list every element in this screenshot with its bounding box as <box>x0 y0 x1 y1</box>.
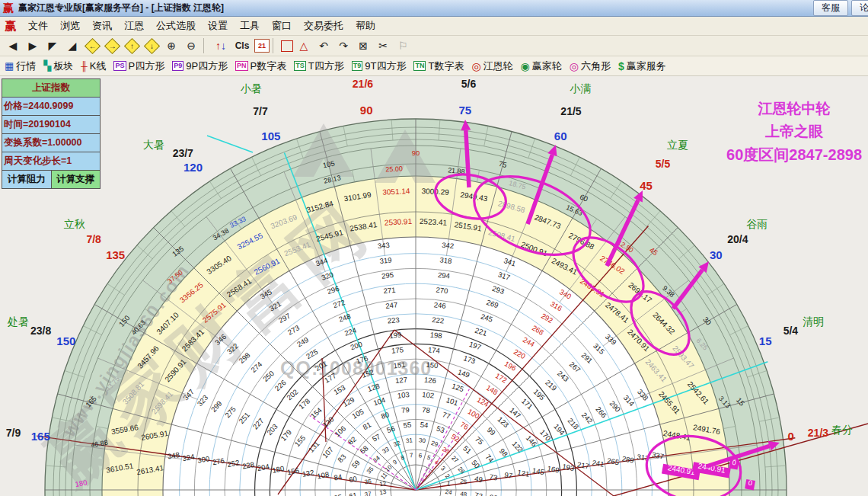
wheel-label: 165 <box>31 430 50 443</box>
ribbon-item-P四方形[interactable]: PSP四方形 <box>113 59 164 73</box>
ribbon-item-江恩轮[interactable]: ◎江恩轮 <box>471 59 512 73</box>
wheel-label: 55 <box>403 421 412 430</box>
ribbon-item-K线[interactable]: ╫K线 <box>81 59 106 73</box>
wheel-label: 23/8 <box>30 325 51 337</box>
ribbon-item-T数字表[interactable]: TNT数字表 <box>413 59 464 73</box>
blocks-icon: ▚ <box>43 60 51 72</box>
ribbon-item-赢家轮[interactable]: ◉赢家轮 <box>521 59 562 73</box>
TN: TN <box>413 61 426 71</box>
menu-item-6[interactable]: 工具 <box>234 18 266 34</box>
ribbon-item-P数字表[interactable]: PNP数字表 <box>235 59 286 73</box>
wheel-label: 73 <box>489 472 498 482</box>
triangle-tool-icon[interactable]: △ <box>295 37 313 54</box>
wheel-label: 20/4 <box>727 233 748 245</box>
table-icon: ▦ <box>5 60 14 72</box>
back-icon[interactable]: ◀ <box>4 37 22 54</box>
gann-wheel-workspace: 赢家财富网www.yingjia360.comQQ:10080013602412… <box>0 76 868 496</box>
ribbon-item-赢家服务[interactable]: $赢家服务 <box>618 59 666 73</box>
rotate-cw-icon[interactable]: ↷ <box>334 37 353 54</box>
menu-item-8[interactable]: 交易委托 <box>298 18 349 34</box>
calendar-icon[interactable]: 21 <box>254 39 270 53</box>
wheel-label: 48 <box>460 491 468 496</box>
wheel-label: 151 <box>393 360 406 370</box>
flag-icon[interactable]: ⚐ <box>394 37 412 54</box>
ribbon-item-板块[interactable]: ▚板块 <box>43 59 73 73</box>
zoom-in-icon[interactable]: ⊕ <box>162 37 180 54</box>
x-box-icon[interactable]: ⊠ <box>354 37 372 54</box>
calc-support-button[interactable]: 计算支撑 <box>51 171 101 189</box>
wheel-label: 3051.14 <box>382 187 410 197</box>
ribbon-item-T四方形[interactable]: TST四方形 <box>294 59 343 73</box>
wheel-label: 342 <box>442 241 455 251</box>
wheel-label: 30 <box>419 437 426 444</box>
window-title: 赢家江恩专业版[赢家服务平台] - [上证指数 江恩轮] <box>18 2 810 14</box>
param-row-1: 时间=20190104 <box>2 116 101 134</box>
wheel-label: 61 <box>348 491 357 496</box>
menu-item-3[interactable]: 江恩 <box>118 18 150 34</box>
wheel-label: 21/3 <box>808 427 828 439</box>
toolbar-main: ◀▶◤◢←→↑↓⊕⊖↑↓Cls21△↶↷⊠✂⚐ <box>0 36 868 56</box>
application-window: 赢 赢家江恩专业版[赢家服务平台] - [上证指数 江恩轮] 客服 论坛 赢 文… <box>0 0 868 496</box>
wheel-label: 103 <box>397 390 410 400</box>
dollar-icon: $ <box>618 60 624 72</box>
menu-item-7[interactable]: 窗口 <box>266 18 298 34</box>
diamond-down-icon[interactable]: ↓ <box>142 37 161 54</box>
diamond-left-icon[interactable]: ← <box>83 37 101 54</box>
wheel-label: 174 <box>428 345 441 355</box>
menu-item-1[interactable]: 浏览 <box>54 18 86 34</box>
forward-icon[interactable]: ▶ <box>24 37 42 54</box>
menu-item-5[interactable]: 设置 <box>202 18 234 34</box>
menu-item-0[interactable]: 文件 <box>22 18 54 34</box>
wheel-label: 25.00 <box>385 165 403 173</box>
forum-button[interactable]: 论坛 <box>851 0 868 16</box>
updown-arrows-icon[interactable]: ↑↓ <box>212 37 230 54</box>
menu-item-2[interactable]: 资讯 <box>86 18 118 34</box>
wheel-label: 49 <box>474 474 483 484</box>
wheel-label: 318 <box>439 255 452 265</box>
wheel-label: 319 <box>379 255 392 265</box>
wheel-label: 150 <box>426 360 439 370</box>
wheel-label: 2530.91 <box>385 217 413 227</box>
toolbar-separator <box>203 38 209 53</box>
solar-term-label: 春分 <box>831 424 853 436</box>
wheel-label: 60 <box>348 474 357 484</box>
diamond-up-icon[interactable]: ↑ <box>123 37 141 54</box>
menu-bar: 赢 文件浏览资讯江恩公式选股设置工具窗口交易委托帮助 <box>0 17 868 36</box>
calc-resistance-button[interactable]: 计算阻力 <box>2 171 51 189</box>
wheel-label: 127 <box>395 375 408 385</box>
menu-item-9[interactable]: 帮助 <box>349 18 381 34</box>
wheel-label: 96 <box>489 493 498 496</box>
wheel-label: 135 <box>106 248 125 261</box>
ribbon-item-9T四方形[interactable]: T99T四方形 <box>352 59 407 73</box>
solar-term-label: 小暑 <box>241 82 262 94</box>
pointer-down-icon[interactable]: ◢ <box>63 37 81 54</box>
solar-term-label: 立秋 <box>64 218 85 230</box>
pointer-up-icon[interactable]: ◤ <box>43 37 62 54</box>
rotate-ccw-icon[interactable]: ↶ <box>314 37 333 54</box>
wheel-label: 60 <box>554 130 567 142</box>
resize-icon[interactable]: ✂ <box>374 37 392 54</box>
wheel-label: 21/6 <box>353 78 373 90</box>
gann-wheel-icon: ◎ <box>471 60 480 72</box>
customer-service-button[interactable]: 客服 <box>813 0 848 16</box>
cls-button[interactable]: Cls <box>231 37 253 54</box>
ribbon-item-行情[interactable]: ▦行情 <box>5 59 36 73</box>
P9: P9 <box>172 61 183 71</box>
zoom-out-icon[interactable]: ⊖ <box>182 37 200 54</box>
wheel-label: 45 <box>640 179 653 192</box>
diamond-right-icon[interactable]: → <box>103 37 121 54</box>
wheel-label: 295 <box>381 270 394 280</box>
wheel-label: 85 <box>333 493 343 496</box>
toolbar-separator <box>273 38 278 53</box>
wheel-label: 90 <box>360 104 373 117</box>
ribbon-item-9P四方形[interactable]: P99P四方形 <box>172 59 228 73</box>
wheel-label: 97 <box>504 470 513 480</box>
param-row-2: 变换系数=1.00000 <box>2 134 101 152</box>
param-row-3: 周天变化步长=1 <box>2 152 101 171</box>
wheel-label: 271 <box>383 286 396 296</box>
ribbon-item-六角形[interactable]: ◎六角形 <box>570 59 611 73</box>
square-tool-icon[interactable] <box>281 40 293 52</box>
menu-item-4[interactable]: 公式选股 <box>150 18 202 34</box>
app-logo-icon: 赢 <box>3 2 14 15</box>
wheel-label: 15 <box>759 334 772 347</box>
